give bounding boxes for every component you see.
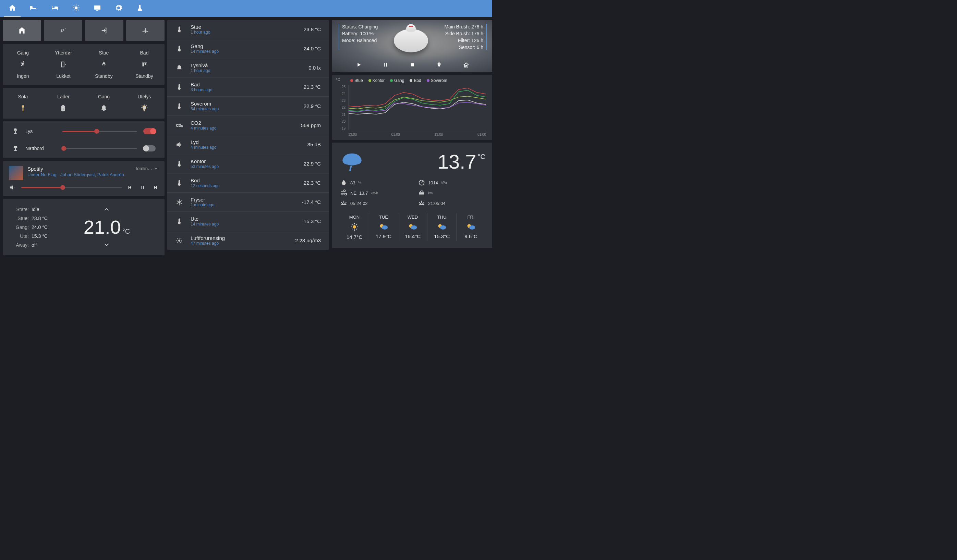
weather-partly-icon	[437, 222, 447, 231]
plug-icon	[19, 104, 27, 112]
thermo-icon	[175, 103, 183, 110]
sensor-row[interactable]: Luftforurensing 47 minutes ago 2.28 ug/m…	[167, 231, 329, 250]
sensor-row[interactable]: Kontor 53 minutes ago 22.9 °C	[167, 154, 329, 174]
nav-brightness-tab[interactable]	[72, 5, 80, 13]
weather-pressure: 1014	[428, 180, 438, 185]
scene-home-button[interactable]	[3, 20, 41, 41]
sensor-row[interactable]: Lysnivå 1 hour ago 0.0 lx	[167, 58, 329, 77]
wind-icon	[340, 189, 347, 197]
vacuum-locate-button[interactable]	[436, 62, 442, 69]
vacuum-home-button[interactable]	[463, 62, 470, 69]
climate-away: off	[32, 242, 37, 248]
media-pause-button[interactable]	[140, 185, 145, 190]
switch-gang[interactable]: Gang	[84, 92, 124, 114]
media-track: Under No Flag - Johan Söderqvist, Patrik…	[27, 172, 132, 178]
light-lys-row: Lys	[12, 128, 156, 135]
light-nattbord-toggle[interactable]	[143, 145, 156, 151]
target-icon	[175, 237, 183, 245]
vacuum-filter: Filter: 126 h	[444, 38, 483, 43]
battery-icon	[60, 104, 67, 112]
top-navigation	[0, 0, 492, 17]
svg-point-37	[382, 226, 388, 230]
speaker-icon	[175, 141, 183, 148]
scene-vacation-button[interactable]	[126, 20, 164, 41]
light-nattbord-label: Nattbord	[25, 146, 56, 151]
light-lys-slider[interactable]	[62, 131, 137, 132]
sensor-row[interactable]: Bod 12 seconds ago 22.3 °C	[167, 174, 329, 192]
room-cell-gang[interactable]: Gang Ingen	[3, 48, 43, 81]
svg-point-43	[469, 226, 475, 230]
nav-bedroom2-tab[interactable]	[30, 5, 38, 13]
forecast-day-wed[interactable]: WED 16.4°C	[398, 213, 427, 241]
thermo-icon	[175, 83, 183, 91]
climate-ute: 15.3 °C	[32, 233, 47, 239]
scene-leave-button[interactable]	[85, 20, 123, 41]
bell2-icon	[175, 64, 183, 72]
thermo-icon	[175, 26, 183, 33]
light-lys-toggle[interactable]	[143, 128, 156, 134]
weather-humidity: 83	[350, 180, 355, 185]
switch-lader[interactable]: Lader	[43, 92, 84, 114]
nav-lab-tab[interactable]	[136, 5, 144, 13]
switch-utelys[interactable]: Utelys	[124, 92, 164, 114]
flame-icon	[100, 60, 107, 69]
lamp-icon	[12, 145, 19, 152]
nav-bedroom-tab[interactable]	[51, 5, 59, 13]
forecast-day-tue[interactable]: TUE 17.9°C	[369, 213, 398, 241]
climate-gang: 24.0 °C	[32, 224, 47, 230]
media-output-selector[interactable]: tomlin…	[136, 166, 158, 171]
sensor-row[interactable]: CO2 4 minutes ago 569 ppm	[167, 116, 329, 135]
room-cell-stue[interactable]: Stue Standby	[84, 48, 124, 81]
sensor-row[interactable]: Gang 14 minutes ago 24.0 °C	[167, 39, 329, 58]
thermo-icon	[175, 45, 183, 52]
nav-home-tab[interactable]	[8, 5, 16, 13]
sunrise-icon	[340, 199, 347, 207]
room-status-card: Gang Ingen Ytterdør Lukket Stue Standby …	[3, 44, 164, 85]
volume-slider[interactable]	[21, 187, 122, 188]
nav-settings-tab[interactable]	[114, 5, 123, 13]
vacuum-play-button[interactable]	[356, 62, 362, 69]
forecast-day-mon[interactable]: MON 14.7°C	[340, 213, 369, 241]
sensor-row[interactable]: Ute 14 minutes ago 15.3 °C	[167, 212, 329, 231]
thermo-icon	[175, 179, 183, 187]
forecast-day-thu[interactable]: THU 15.3°C	[427, 213, 456, 241]
scene-sleep-button[interactable]	[44, 20, 82, 41]
forecast-day-fri[interactable]: FRI 9.6°C	[456, 213, 485, 241]
vacuum-status: Charging	[358, 24, 378, 30]
vacuum-pause-button[interactable]	[382, 62, 389, 69]
visibility-icon	[418, 189, 425, 197]
sensor-row[interactable]: Stue 1 hour ago 23.8 °C	[167, 20, 329, 39]
vacuum-sidebrush: Side Brush: 176 h	[444, 31, 483, 36]
svg-point-33	[343, 156, 351, 164]
bulb-icon	[141, 104, 148, 112]
temp-up-button[interactable]	[102, 206, 111, 213]
sensor-row[interactable]: Lyd 4 minutes ago 35 dB	[167, 135, 329, 154]
room-cell-bad[interactable]: Bad Standby	[124, 48, 164, 81]
media-prev-button[interactable]	[127, 185, 132, 190]
switch-sofa[interactable]: Sofa	[3, 92, 43, 114]
climate-setpoint: 21.0	[84, 216, 121, 238]
room-cell-ytterdør[interactable]: Ytterdør Lukket	[43, 48, 84, 81]
thermo-icon	[175, 218, 183, 225]
nav-tv-tab[interactable]	[93, 5, 101, 13]
light-nattbord-slider[interactable]	[62, 148, 137, 149]
sensor-row[interactable]: Bad 3 hours ago 21.3 °C	[167, 77, 329, 97]
sensor-row[interactable]: Soverom 54 minutes ago 22.9 °C	[167, 97, 329, 116]
svg-point-39	[411, 226, 417, 230]
vacuum-mode: Balanced	[357, 38, 377, 43]
lights-card: Lys Nattbord	[3, 121, 164, 158]
light-nattbord-row: Nattbord	[12, 145, 156, 152]
vacuum-stop-button[interactable]	[409, 62, 415, 69]
volume-icon[interactable]	[9, 184, 16, 191]
temp-down-button[interactable]	[102, 241, 111, 248]
weather-temperature: 13.7	[438, 150, 477, 173]
media-next-button[interactable]	[153, 185, 158, 190]
chevron-down-icon	[153, 166, 158, 171]
weather-card: 13.7°C 83% 1014hPa NE 13.7km/h km 05:24:…	[332, 143, 492, 248]
climate-stue: 23.8 °C	[32, 216, 47, 221]
vacuum-mainbrush: Main Brush: 276 h	[444, 24, 483, 30]
sensor-row[interactable]: Fryser 1 minute ago -17.4 °C	[167, 192, 329, 212]
chart-plot-area[interactable]	[348, 85, 486, 130]
weather-sunny-icon	[350, 222, 359, 231]
humidity-icon	[340, 179, 347, 186]
